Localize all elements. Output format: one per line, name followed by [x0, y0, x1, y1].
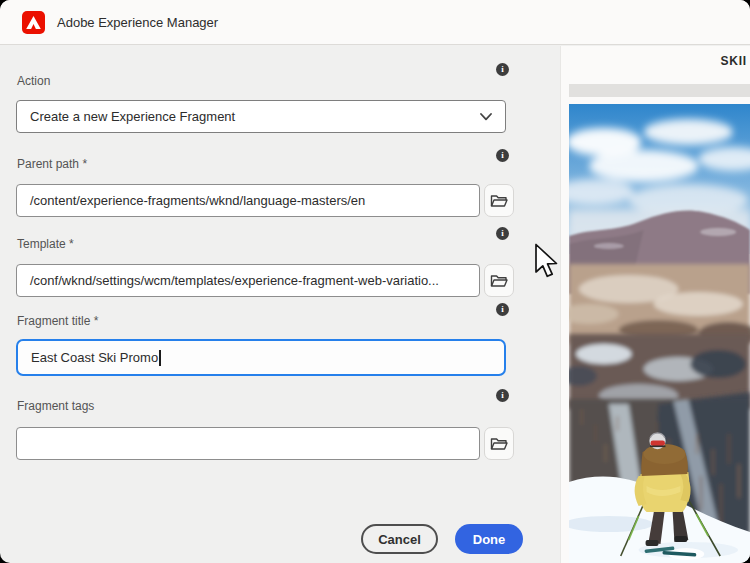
folder-icon: [489, 273, 509, 289]
template-input[interactable]: /conf/wknd/settings/wcm/templates/experi…: [16, 264, 480, 297]
info-icon[interactable]: i: [496, 149, 509, 162]
fragment-title-value: East Coast Ski Promo: [31, 350, 158, 365]
parent-path-input[interactable]: /content/experience-fragments/wknd/langu…: [16, 184, 480, 217]
app-topbar: Adobe Experience Manager: [0, 0, 750, 45]
info-icon[interactable]: i: [496, 389, 509, 402]
parent-path-label: Parent path *: [17, 157, 87, 171]
action-select[interactable]: Create a new Experience Fragment: [16, 100, 506, 133]
template-value: /conf/wknd/settings/wcm/templates/experi…: [30, 273, 439, 288]
app-title: Adobe Experience Manager: [57, 15, 218, 30]
info-icon[interactable]: i: [496, 63, 509, 76]
template-label: Template *: [17, 237, 74, 251]
preview-hero-image: [569, 104, 750, 563]
folder-icon: [489, 436, 509, 452]
parent-path-browse-button[interactable]: [484, 184, 514, 217]
fragment-tags-browse-button[interactable]: [484, 427, 514, 460]
text-caret: [159, 350, 161, 366]
template-browse-button[interactable]: [484, 264, 514, 297]
parent-path-value: /content/experience-fragments/wknd/langu…: [30, 193, 365, 208]
mouse-pointer-icon: [534, 243, 560, 283]
page-preview-panel: SKII: [560, 46, 750, 563]
adobe-logo-icon: [22, 11, 45, 34]
action-label: Action: [17, 74, 50, 88]
cancel-button[interactable]: Cancel: [361, 524, 438, 554]
fragment-title-label: Fragment title *: [17, 314, 98, 328]
chevron-down-icon: [480, 113, 492, 121]
folder-icon: [489, 193, 509, 209]
fragment-title-input[interactable]: East Coast Ski Promo: [16, 339, 506, 376]
done-button[interactable]: Done: [455, 524, 523, 554]
fragment-tags-label: Fragment tags: [17, 399, 94, 413]
info-icon[interactable]: i: [496, 303, 509, 316]
fragment-tags-input[interactable]: [16, 427, 480, 460]
preview-page-heading: SKII: [720, 54, 747, 68]
action-select-value: Create a new Experience Fragment: [30, 109, 235, 124]
aem-window: Adobe Experience Manager i Action Create…: [0, 0, 750, 563]
info-icon[interactable]: i: [496, 227, 509, 240]
preview-toolbar: [569, 84, 750, 97]
